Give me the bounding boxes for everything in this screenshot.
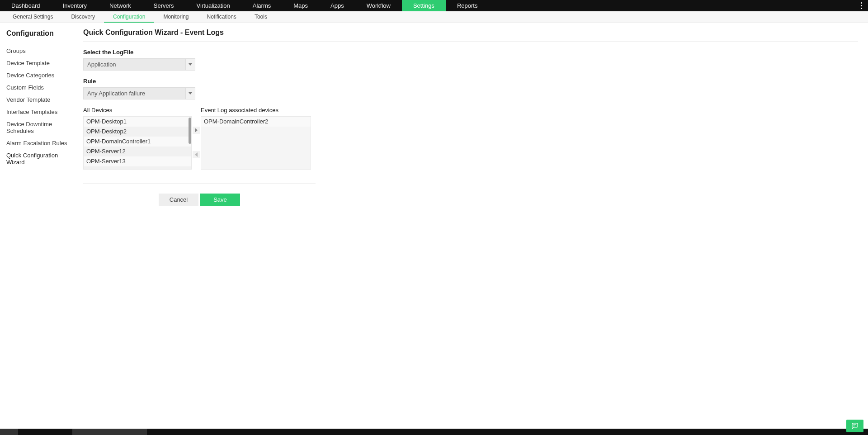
- logfile-select-caret[interactable]: [185, 58, 195, 71]
- move-left-button[interactable]: [193, 151, 200, 158]
- subnav-item-configuration[interactable]: Configuration: [104, 11, 154, 23]
- cancel-button[interactable]: Cancel: [159, 194, 198, 206]
- subnav-item-tools[interactable]: Tools: [245, 11, 276, 23]
- sidebar-item-alarm-escalation-rules[interactable]: Alarm Escalation Rules: [6, 137, 73, 149]
- page-title: Quick Configuration Wizard - Event Logs: [83, 28, 858, 37]
- topnav-menu-button[interactable]: [855, 0, 868, 11]
- logfile-select[interactable]: Application: [83, 58, 195, 71]
- sidebar-title: Configuration: [6, 29, 73, 38]
- sidebar: Configuration GroupsDevice TemplateDevic…: [0, 23, 73, 429]
- sub-nav: General SettingsDiscoveryConfigurationMo…: [0, 11, 868, 23]
- chat-icon: [850, 422, 859, 429]
- rule-select[interactable]: Any Application failure: [83, 87, 195, 99]
- subnav-item-discovery[interactable]: Discovery: [62, 11, 104, 23]
- device-lists-row: All Devices OPM-Desktop1OPM-Desktop2OPM-…: [83, 107, 858, 170]
- save-button[interactable]: Save: [200, 194, 240, 206]
- chat-fab[interactable]: [846, 420, 863, 429]
- dots-vertical-icon: [861, 2, 863, 9]
- all-devices-column: All Devices OPM-Desktop1OPM-Desktop2OPM-…: [83, 107, 192, 170]
- mover-buttons: [192, 115, 201, 170]
- section-divider: [83, 183, 316, 184]
- sidebar-list: GroupsDevice TemplateDevice CategoriesCu…: [6, 45, 73, 168]
- button-row: Cancel Save: [83, 194, 316, 206]
- topnav-item-servers[interactable]: Servers: [142, 0, 185, 11]
- all-devices-listbox[interactable]: OPM-Desktop1OPM-Desktop2OPM-DomainContro…: [83, 116, 192, 170]
- topnav-item-maps[interactable]: Maps: [282, 0, 319, 11]
- logfile-label: Select the LogFile: [83, 49, 858, 56]
- logfile-select-value: Application: [83, 58, 185, 71]
- rule-select-caret[interactable]: [185, 87, 195, 99]
- sidebar-item-device-template[interactable]: Device Template: [6, 57, 73, 69]
- caret-down-icon: [189, 92, 192, 95]
- device-row[interactable]: OPM-Desktop1: [84, 117, 191, 127]
- device-row[interactable]: OPM-Server14: [84, 166, 191, 169]
- device-row[interactable]: OPM-Server13: [84, 156, 191, 166]
- sidebar-item-quick-configuration-wizard[interactable]: Quick Configuration Wizard: [6, 149, 73, 168]
- topnav-item-settings[interactable]: Settings: [402, 0, 446, 11]
- topnav-item-reports[interactable]: Reports: [446, 0, 489, 11]
- subnav-item-general-settings[interactable]: General Settings: [4, 11, 62, 23]
- top-nav: DashboardInventoryNetworkServersVirtuali…: [0, 0, 868, 11]
- sidebar-item-interface-templates[interactable]: Interface Templates: [6, 106, 73, 118]
- device-row[interactable]: OPM-DomainController1: [84, 137, 191, 147]
- sidebar-item-device-categories[interactable]: Device Categories: [6, 69, 73, 81]
- caret-down-icon: [189, 63, 192, 66]
- topnav-item-workflow[interactable]: Workflow: [355, 0, 402, 11]
- all-devices-label: All Devices: [83, 107, 192, 113]
- subnav-item-monitoring[interactable]: Monitoring: [154, 11, 198, 23]
- triangle-right-icon: [195, 128, 198, 132]
- topnav-item-dashboard[interactable]: Dashboard: [0, 0, 52, 11]
- subnav-item-notifications[interactable]: Notifications: [198, 11, 245, 23]
- device-row[interactable]: OPM-DomainController2: [201, 117, 311, 127]
- sidebar-item-vendor-template[interactable]: Vendor Template: [6, 94, 73, 106]
- device-row[interactable]: OPM-Server12: [84, 147, 191, 156]
- topnav-item-inventory[interactable]: Inventory: [52, 0, 98, 11]
- sidebar-item-custom-fields[interactable]: Custom Fields: [6, 81, 73, 94]
- sidebar-item-groups[interactable]: Groups: [6, 45, 73, 57]
- topnav-item-alarms[interactable]: Alarms: [241, 0, 282, 11]
- associated-devices-label: Event Log associated devices: [201, 107, 311, 113]
- triangle-left-icon: [195, 152, 198, 157]
- layout: Configuration GroupsDevice TemplateDevic…: [0, 23, 868, 429]
- device-row[interactable]: OPM-Desktop2: [84, 127, 191, 137]
- move-right-button[interactable]: [193, 127, 200, 134]
- associated-devices-column: Event Log associated devices OPM-DomainC…: [201, 107, 311, 170]
- topnav-item-network[interactable]: Network: [98, 0, 142, 11]
- topnav-item-apps[interactable]: Apps: [319, 0, 355, 11]
- sidebar-item-device-downtime-schedules[interactable]: Device Downtime Schedules: [6, 118, 73, 137]
- associated-devices-listbox[interactable]: OPM-DomainController2: [201, 116, 311, 170]
- main-content: Quick Configuration Wizard - Event Logs …: [73, 23, 868, 429]
- rule-select-value: Any Application failure: [83, 87, 185, 99]
- rule-label: Rule: [83, 78, 858, 85]
- title-divider: [83, 41, 858, 42]
- topnav-item-virtualization[interactable]: Virtualization: [185, 0, 241, 11]
- scrollbar-thumb[interactable]: [189, 118, 191, 144]
